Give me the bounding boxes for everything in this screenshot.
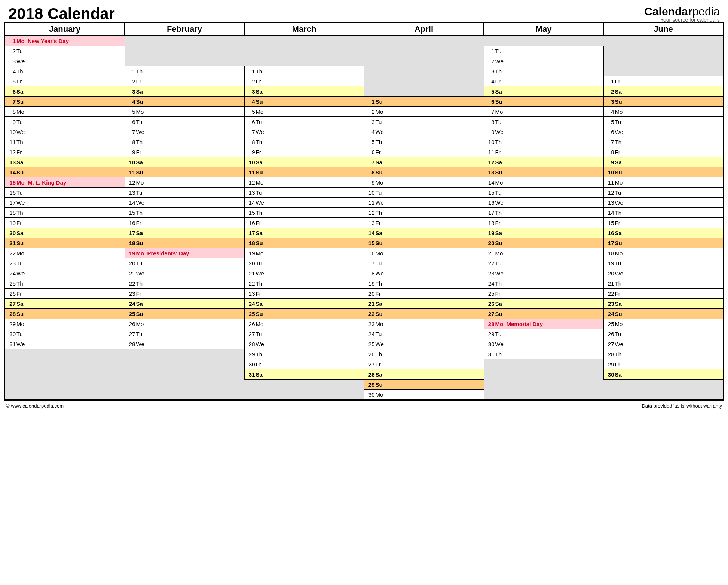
day-cell: 30Fr (244, 359, 364, 369)
day-cell: 18We (364, 268, 484, 278)
day-cell: 15Fr (603, 218, 723, 228)
day-weekday: Th (16, 68, 28, 74)
day-cell: 6Sa (5, 86, 125, 97)
day-weekday: Fr (256, 290, 267, 297)
empty-cell (5, 380, 125, 390)
day-weekday: Sa (136, 88, 147, 95)
day-number: 28 (5, 311, 16, 317)
month-header: January (5, 23, 125, 36)
day-cell: 22Tu (484, 258, 603, 268)
day-cell: 5Tu (603, 117, 723, 127)
day-number: 4 (5, 68, 16, 74)
day-number: 5 (364, 139, 376, 145)
footer-left: © www.calendarpedia.com (6, 403, 64, 409)
day-weekday: Tu (495, 48, 507, 54)
day-cell: 2Fr (125, 76, 244, 86)
empty-cell (5, 369, 125, 380)
day-cell: 17Sa (244, 228, 364, 238)
empty-cell (484, 380, 603, 390)
day-cell: 2We (484, 56, 603, 66)
day-weekday: Su (495, 169, 507, 176)
day-number: 11 (604, 179, 615, 186)
day-weekday: Th (495, 280, 507, 287)
month-header: April (364, 23, 484, 36)
day-cell: 11Mo (603, 177, 723, 188)
empty-cell (364, 56, 484, 66)
day-number: 20 (484, 240, 495, 246)
day-weekday: Tu (16, 189, 28, 196)
empty-cell (244, 390, 364, 400)
day-weekday: Tu (615, 189, 626, 196)
day-cell: 27Tu (244, 329, 364, 339)
day-weekday: Th (495, 351, 507, 357)
day-weekday: Th (376, 210, 387, 216)
day-weekday: Sa (136, 159, 147, 165)
day-number: 28 (604, 351, 615, 357)
day-cell: 24Sa (244, 299, 364, 309)
empty-cell (244, 56, 364, 66)
day-number: 11 (484, 149, 495, 155)
day-weekday: Th (256, 280, 267, 287)
day-weekday: Mo (376, 250, 387, 256)
day-weekday: Tu (376, 331, 387, 337)
day-weekday: Fr (16, 220, 28, 226)
day-cell: 20We (603, 268, 723, 278)
day-number: 24 (245, 301, 256, 307)
day-number: 2 (5, 48, 16, 54)
day-number: 22 (125, 280, 136, 287)
day-number: 31 (245, 371, 256, 378)
day-number: 30 (5, 331, 16, 337)
day-cell: 29Tu (484, 329, 603, 339)
day-cell: 21Th (603, 278, 723, 289)
day-weekday: We (376, 129, 387, 135)
day-weekday: Fr (136, 149, 147, 155)
day-number: 5 (125, 109, 136, 115)
day-cell: 10We (5, 127, 125, 137)
day-cell: 11We (364, 198, 484, 208)
day-cell: 28Sa (364, 369, 484, 380)
day-cell: 11Su (244, 167, 364, 177)
day-cell: 25Su (244, 309, 364, 319)
day-weekday: Fr (615, 290, 626, 297)
day-weekday: Mo (495, 250, 507, 256)
day-weekday: Mo (615, 179, 626, 186)
day-cell: 22Fr (603, 289, 723, 299)
day-cell: 23We (484, 268, 603, 278)
day-number: 5 (604, 119, 615, 125)
day-weekday: Su (495, 311, 507, 317)
day-cell: 15Th (125, 208, 244, 218)
page-title: 2018 Calendar (8, 6, 115, 22)
day-cell: 5Mo (244, 107, 364, 117)
day-weekday: Tu (256, 260, 267, 266)
day-cell: 15MoM. L. King Day (5, 177, 125, 188)
day-weekday: Sa (256, 230, 267, 236)
day-number: 18 (484, 220, 495, 226)
day-weekday: We (495, 129, 507, 135)
day-number: 3 (604, 98, 615, 105)
day-weekday: Fr (376, 290, 387, 297)
day-number: 12 (125, 179, 136, 186)
day-cell: 31Sa (244, 369, 364, 380)
day-weekday: Mo (376, 321, 387, 327)
day-cell: 16We (484, 198, 603, 208)
empty-cell (364, 76, 484, 86)
day-cell: 11Th (5, 137, 125, 147)
day-weekday: Tu (16, 331, 28, 337)
day-number: 6 (604, 129, 615, 135)
day-weekday: Tu (256, 119, 267, 125)
day-cell: 13We (603, 198, 723, 208)
day-weekday: We (16, 199, 28, 206)
empty-cell (484, 36, 603, 46)
day-weekday: Mo (615, 321, 626, 327)
day-weekday: Fr (256, 149, 267, 155)
day-weekday: Su (136, 240, 147, 246)
day-number: 5 (245, 109, 256, 115)
day-number: 28 (484, 321, 495, 327)
day-number: 10 (364, 189, 376, 196)
day-weekday: We (615, 129, 626, 135)
day-cell: 12Mo (125, 177, 244, 188)
day-number: 2 (125, 78, 136, 85)
day-weekday: Tu (16, 119, 28, 125)
day-number: 4 (125, 98, 136, 105)
day-weekday: Tu (136, 331, 147, 337)
